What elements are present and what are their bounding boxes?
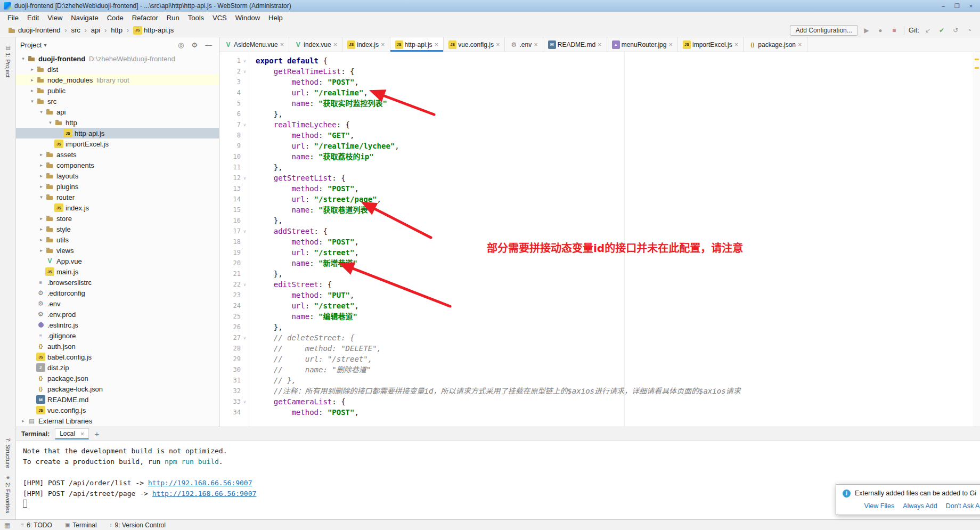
code-line[interactable]: name: "获取巷道列表" (256, 205, 973, 215)
tab-readme.md[interactable]: MREADME.md× (543, 37, 607, 52)
tab-index.vue[interactable]: Vindex.vue× (289, 37, 342, 52)
menu-item-help[interactable]: Help (264, 13, 287, 23)
tree-item-duoji-frontend[interactable]: ▾duoji-frontendD:\zheheWeb\duoji-fronten… (16, 53, 219, 64)
code-line[interactable]: getCameraList: { (256, 396, 973, 407)
code-line[interactable]: method: "POST", (256, 407, 973, 418)
tree-item-components[interactable]: ▸components (16, 160, 219, 170)
tree-item-package-lock.json[interactable]: {}package-lock.json (16, 384, 219, 394)
close-icon[interactable]: × (534, 41, 538, 48)
add-configuration-button[interactable]: Add Configuration... (790, 25, 858, 36)
close-icon[interactable]: × (734, 41, 739, 48)
tab-importexcel.js[interactable]: JSimportExcel.js× (678, 37, 744, 52)
restore-button[interactable]: ❐ (950, 3, 964, 10)
locate-file-icon[interactable]: ◎ (175, 41, 186, 49)
fold-icon[interactable]: ∨ (241, 123, 249, 127)
notification-action-always-add[interactable]: Always Add (903, 502, 937, 510)
code-line[interactable]: editStreet: { (256, 279, 973, 290)
menu-item-run[interactable]: Run (162, 13, 184, 23)
close-icon[interactable]: × (668, 41, 673, 48)
tree-item-vue.config.js[interactable]: JSvue.config.js (16, 405, 219, 415)
fold-icon[interactable]: ∨ (241, 399, 249, 404)
breadcrumb-item-http[interactable]: http (109, 26, 125, 35)
notification-action-don-t-ask-agai[interactable]: Don't Ask Agai (946, 502, 980, 510)
tree-item-node_modules[interactable]: ▸node_moduleslibrary root (16, 75, 219, 85)
stop-icon[interactable]: ■ (889, 27, 900, 34)
tree-item-main.js[interactable]: JSmain.js (16, 266, 219, 277)
close-button[interactable]: × (964, 3, 978, 10)
fold-icon[interactable]: ∨ (241, 69, 249, 74)
tree-collapse-icon[interactable]: ▾ (28, 99, 36, 104)
tree-item-router[interactable]: ▾router (16, 192, 219, 202)
code-line[interactable]: getStreetList: { (256, 173, 973, 183)
tree-item-.env[interactable]: ⚙.env (16, 298, 219, 309)
tree-collapse-icon[interactable]: ▾ (19, 56, 27, 61)
tree-item-plugins[interactable]: ▸plugins (16, 181, 219, 192)
close-icon[interactable]: × (496, 41, 500, 48)
close-icon[interactable]: × (598, 41, 602, 48)
code-line[interactable]: //注释：所有用到删除的接口都需要拼接变量id，所以请求方式采用了挂载在原型链上… (256, 386, 973, 396)
close-icon[interactable]: × (333, 41, 338, 48)
tree-item-.browserslistrc[interactable]: ≡.browserslistrc (16, 277, 219, 288)
code-line[interactable]: method: "POST", (256, 183, 973, 194)
code-line[interactable]: // url: "/street", (256, 354, 973, 364)
code-line[interactable]: url: "/realTime", (256, 87, 973, 98)
breadcrumb-item-api[interactable]: api (89, 26, 102, 35)
tree-item-.eslintrc.js[interactable]: .eslintrc.js (16, 320, 219, 330)
tree-item-store[interactable]: ▸store (16, 213, 219, 224)
tree-item-style[interactable]: ▸style (16, 224, 219, 234)
notification-action-view-files[interactable]: View Files (864, 502, 894, 510)
tree-item-utils[interactable]: ▸utils (16, 234, 219, 245)
gear-icon[interactable]: ⚙ (189, 41, 200, 49)
code-line[interactable]: method: "POST", (256, 77, 973, 87)
tree-expand-icon[interactable]: ▸ (28, 88, 36, 93)
code-line[interactable]: url: "/street", (256, 247, 973, 258)
tree-expand-icon[interactable]: ▸ (37, 162, 45, 168)
breadcrumb-item-http-api.js[interactable]: JShttp-api.js (131, 26, 176, 35)
tree-expand-icon[interactable]: ▸ (37, 226, 45, 232)
close-icon[interactable]: × (80, 430, 85, 437)
code-line[interactable]: }, (256, 109, 973, 119)
fold-icon[interactable]: ∨ (241, 59, 249, 63)
fold-icon[interactable]: ∨ (241, 229, 249, 234)
tab-.env[interactable]: ⚙.env× (505, 37, 543, 52)
tree-item-.gitignore[interactable]: ≡.gitignore (16, 330, 219, 341)
tree-item-http[interactable]: ▾http (16, 117, 219, 128)
tree-item-views[interactable]: ▸views (16, 245, 219, 256)
close-icon[interactable]: × (280, 41, 284, 48)
tree-collapse-icon[interactable]: ▾ (37, 194, 45, 200)
tree-item-external-libraries[interactable]: ▸▤External Libraries (16, 415, 219, 426)
tree-expand-icon[interactable]: ▸ (37, 184, 45, 189)
code-line[interactable]: }, (256, 215, 973, 226)
code-line[interactable]: url: "/street", (256, 300, 973, 311)
history-clock-icon[interactable]: ◔ (964, 27, 975, 34)
code-line[interactable]: url: "/street/page", (256, 194, 973, 205)
menu-item-vcs[interactable]: VCS (208, 13, 231, 23)
code-line[interactable]: addStreet: { (256, 226, 973, 237)
tree-item-auth.json[interactable]: {}auth.json (16, 341, 219, 352)
code-lines[interactable]: export default { getRealTimeList: { meth… (249, 52, 980, 427)
menu-item-refactor[interactable]: Refactor (128, 13, 162, 23)
tree-expand-icon[interactable]: ▸ (19, 418, 27, 423)
close-icon[interactable]: × (798, 41, 802, 48)
code-line[interactable]: name: "获取荔枝的ip" (256, 151, 973, 162)
code-line[interactable]: getRealTimeList: { (256, 66, 973, 77)
hide-panel-icon[interactable]: — (202, 41, 215, 49)
tree-expand-icon[interactable]: ▸ (28, 67, 36, 72)
terminal-tab-local[interactable]: Local × (55, 428, 89, 439)
git-rollback-icon[interactable]: ↺ (950, 27, 961, 34)
tree-item-readme.md[interactable]: MREADME.md (16, 394, 219, 405)
tree-item-dist[interactable]: ▸dist (16, 64, 219, 75)
menu-item-file[interactable]: File (3, 13, 23, 23)
tab-http-api.js[interactable]: JShttp-api.js× (390, 37, 444, 52)
terminal-link[interactable]: http://192.168.66.56:9007 (148, 479, 252, 487)
tree-item-layouts[interactable]: ▸layouts (16, 170, 219, 181)
code-line[interactable]: // method: "DELETE", (256, 343, 973, 354)
tool-window-favorites-button[interactable]: ★2: Favorites (5, 475, 11, 513)
code-line[interactable]: // name: "删除巷道" (256, 364, 973, 375)
chevron-down-icon[interactable]: ▾ (44, 42, 46, 48)
tree-item-public[interactable]: ▸public (16, 85, 219, 96)
fold-icon[interactable]: ∨ (241, 336, 249, 340)
tab-asidemenu.vue[interactable]: VAsideMenu.vue× (219, 37, 289, 52)
tool-window-structure-button[interactable]: 7: Structure (5, 438, 11, 468)
minimize-button[interactable]: – (936, 3, 950, 10)
